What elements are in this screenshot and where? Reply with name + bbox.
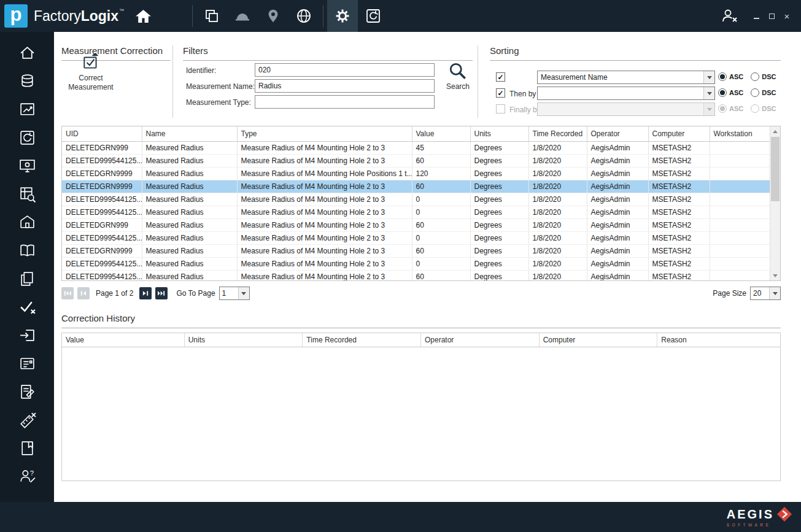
table-cell: Measured Radius (142, 193, 237, 206)
dsc-label: DSC (762, 73, 776, 80)
user-logout-button[interactable] (714, 0, 746, 32)
settings-button[interactable] (327, 0, 358, 32)
column-header[interactable]: Computer (540, 333, 658, 347)
table-cell: Measured Radius (142, 231, 237, 244)
table-cell: MSETASH2 (648, 231, 710, 244)
column-header[interactable]: Value (412, 126, 470, 141)
close-icon: × (784, 12, 790, 21)
table-row[interactable]: DELETEDGRN9999Measured RadiusMeasure Rad… (62, 180, 771, 193)
filter-input[interactable] (255, 79, 435, 93)
table-cell (710, 218, 771, 231)
sidebar-item-templates[interactable] (8, 266, 46, 291)
sidebar-item-reference-book[interactable] (8, 435, 46, 461)
dsc-radio[interactable] (751, 72, 759, 81)
scroll-up-button[interactable] (770, 126, 780, 136)
next-page-button[interactable] (139, 287, 152, 299)
sidebar-item-measurement-correction[interactable] (8, 407, 46, 433)
column-header[interactable]: Name (142, 126, 237, 141)
column-header[interactable]: Time Recorded (528, 126, 587, 141)
search-button[interactable]: Search (443, 61, 473, 96)
table-cell: Measured Radius (142, 244, 237, 257)
table-row[interactable]: DELETED999544125...Measured RadiusMeasur… (62, 206, 771, 218)
column-header[interactable]: UID (62, 126, 142, 141)
sidebar-item-material-transfer[interactable] (8, 322, 46, 348)
combo-dropdown-button[interactable] (769, 287, 780, 299)
maximize-button[interactable] (767, 12, 776, 20)
web-button[interactable] (288, 0, 319, 32)
dsc-radio[interactable] (751, 104, 759, 113)
correct-measurement-button[interactable]: Correct Measurement (60, 53, 122, 103)
table-row[interactable]: DELETEDGRN999Measured RadiusMeasure Radi… (62, 218, 771, 231)
table-row[interactable]: DELETED999544125...Measured RadiusMeasur… (62, 257, 771, 270)
column-header[interactable]: Units (185, 333, 303, 347)
column-header[interactable]: Units (470, 126, 528, 141)
history-button[interactable] (358, 0, 389, 32)
sort-checkbox[interactable]: ✓ (496, 88, 505, 98)
table-cell: DELETEDGRN9999 (62, 167, 142, 180)
last-page-button[interactable] (155, 287, 168, 299)
sidebar-item-documentation[interactable] (8, 237, 46, 263)
table-row[interactable]: DELETED999544125...Measured RadiusMeasur… (62, 270, 771, 281)
column-header[interactable]: Reason (657, 333, 780, 347)
sidebar-item-home[interactable] (8, 40, 46, 66)
table-cell: AegisAdmin (587, 244, 648, 257)
sidebar-item-factory[interactable] (8, 209, 46, 235)
sort-checkbox[interactable] (496, 104, 505, 114)
operations-button[interactable] (227, 0, 258, 32)
dsc-radio[interactable] (751, 88, 759, 97)
sidebar-item-document-edit[interactable] (8, 379, 46, 404)
table-cell: DELETED999544125... (62, 231, 142, 244)
sidebar-item-database-maintenance[interactable] (8, 68, 46, 94)
filter-input[interactable] (255, 63, 435, 77)
asc-radio[interactable] (718, 104, 727, 113)
combo-dropdown-button[interactable] (703, 71, 714, 83)
sidebar-item-production-release[interactable] (8, 96, 46, 122)
asc-radio[interactable] (718, 72, 727, 81)
column-header[interactable]: Value (62, 333, 185, 347)
sort-field-combobox[interactable] (537, 87, 715, 100)
close-button[interactable]: × (783, 12, 791, 20)
scrollbar-thumb[interactable] (771, 137, 780, 201)
table-row[interactable]: DELETED999544125...Measured RadiusMeasur… (62, 154, 771, 167)
vertical-scrollbar[interactable] (770, 126, 780, 280)
sidebar-item-work-instructions[interactable] (8, 350, 46, 376)
column-header[interactable]: Operator (421, 333, 540, 347)
table-cell: DELETED999544125... (62, 257, 142, 270)
column-header[interactable]: Workstation (710, 126, 771, 141)
home-button[interactable] (128, 0, 159, 32)
first-page-button[interactable] (61, 287, 74, 299)
sort-field-combobox[interactable]: Measurement Name (537, 71, 715, 84)
table-cell: MSETASH2 (648, 180, 710, 193)
sort-checkbox[interactable]: ✓ (496, 72, 505, 82)
column-header[interactable]: Computer (648, 126, 710, 141)
pagination-bar: Page 1 of 2 Go To Page 1 Page Size 20 (61, 286, 781, 301)
goto-page-combobox[interactable]: 1 (219, 287, 250, 300)
column-header[interactable]: Time Recorded (303, 333, 421, 347)
scroll-down-button[interactable] (770, 271, 780, 280)
documents-button[interactable] (196, 0, 227, 32)
locations-button[interactable] (258, 0, 288, 32)
sidebar-item-verification[interactable] (8, 294, 46, 320)
column-header[interactable]: Operator (587, 126, 648, 141)
table-cell: Measured Radius (142, 180, 237, 193)
sidebar-item-support[interactable]: ? (8, 463, 46, 489)
column-header[interactable]: Type (237, 126, 412, 141)
previous-page-button[interactable] (77, 287, 90, 299)
table-row[interactable]: DELETEDGRN9999Measured RadiusMeasure Rad… (62, 167, 771, 180)
page-size-combobox[interactable]: 20 (750, 287, 781, 300)
combo-dropdown-button[interactable] (238, 287, 249, 299)
table-row[interactable]: DELETED999544125...Measured RadiusMeasur… (62, 231, 771, 244)
combo-dropdown-button[interactable] (703, 103, 714, 115)
table-row[interactable]: DELETEDGRN999Measured RadiusMeasure Radi… (62, 141, 771, 154)
asc-radio[interactable] (718, 88, 727, 97)
table-row[interactable]: DELETED999544125...Measured RadiusMeasur… (62, 193, 771, 206)
section-divider (478, 45, 478, 118)
combo-dropdown-button[interactable] (703, 87, 714, 99)
sidebar-item-process-history[interactable] (8, 125, 46, 150)
sort-field-combobox[interactable] (537, 102, 715, 116)
table-row[interactable]: DELETEDGRN9999Measured RadiusMeasure Rad… (62, 244, 771, 257)
filter-input[interactable] (255, 95, 435, 109)
minimize-button[interactable] (752, 12, 760, 20)
sidebar-item-data-search[interactable] (8, 181, 46, 207)
sidebar-item-terminal-setup[interactable] (8, 153, 46, 179)
